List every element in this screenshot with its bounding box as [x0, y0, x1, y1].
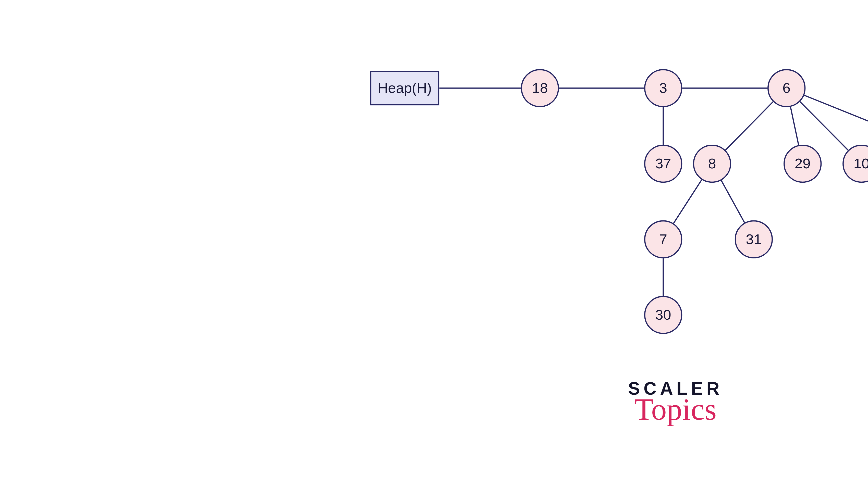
node-label: Heap(H) — [378, 80, 432, 96]
edge — [800, 101, 848, 150]
branding-line2: Topics — [628, 394, 723, 425]
node-label: 18 — [532, 80, 548, 96]
heap-node: 31 — [735, 220, 773, 258]
edge — [790, 107, 799, 145]
node-label: 30 — [655, 306, 671, 323]
heap-node: 10 — [842, 144, 868, 183]
node-label: 10 — [854, 155, 868, 172]
heap-node: 18 — [521, 69, 559, 107]
edge — [721, 181, 744, 223]
node-label: 37 — [655, 155, 671, 172]
branding-logo: SCALER Topics — [628, 380, 723, 425]
node-label: 29 — [795, 155, 811, 172]
node-label: 3 — [659, 80, 667, 96]
heap-root-label: Heap(H) — [370, 71, 439, 105]
heap-node: 7 — [644, 220, 682, 258]
heap-node: 3 — [644, 69, 682, 107]
heap-node: 30 — [644, 296, 682, 334]
node-label: 8 — [708, 155, 716, 172]
node-label: 6 — [782, 80, 790, 96]
edge — [674, 180, 702, 224]
edge — [725, 102, 773, 150]
heap-node: 37 — [644, 144, 682, 183]
node-label: 31 — [746, 231, 762, 248]
node-label: 7 — [659, 231, 667, 248]
diagram-stage: SCALER Topics Heap(H)183637829104473130 — [248, 0, 868, 487]
heap-node: 29 — [783, 144, 822, 183]
heap-node: 6 — [768, 69, 805, 107]
heap-node: 8 — [693, 144, 731, 183]
